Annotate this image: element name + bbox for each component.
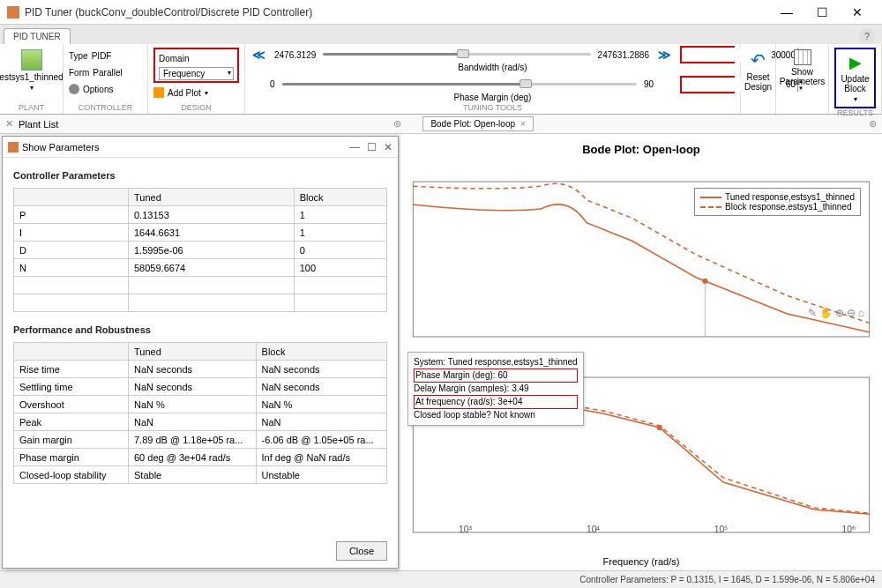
controller-params-heading: Controller Parameters [13, 170, 387, 181]
bandwidth-slider[interactable] [323, 49, 590, 60]
show-parameters-button[interactable]: Show Parameters [781, 48, 823, 88]
plant-list-label[interactable]: Plant List [19, 119, 58, 130]
help-icon[interactable]: ? [859, 28, 875, 44]
svg-text:10⁶: 10⁶ [842, 525, 856, 534]
performance-heading: Performance and Robustness [13, 324, 387, 335]
plant-name: estsys1_thinned [0, 72, 64, 82]
close-button[interactable]: ✕ [840, 1, 875, 24]
phase-margin-slider[interactable] [282, 79, 637, 90]
plot-tooltip: System: Tuned response,estsys1_thinned P… [407, 352, 584, 426]
tooltip-system: System: Tuned response,estsys1_thinned [414, 356, 578, 368]
domain-label: Domain [159, 50, 234, 66]
domain-dropdown[interactable]: Frequency [159, 67, 234, 80]
tooltip-frequency: At frequency (rad/s): 3e+04 [414, 395, 578, 409]
table-row: P [14, 206, 129, 224]
x-axis-label: Frequency (rad/s) [404, 556, 878, 567]
group-results: RESULTS [834, 108, 876, 117]
form-row[interactable]: Form Parallel [69, 64, 142, 80]
bode-tab-label: Bode Plot: Open-loop [430, 119, 515, 129]
matlab-icon [8, 142, 19, 153]
bode-tab[interactable]: Bode Plot: Open-loop × [422, 116, 533, 131]
form-value: Parallel [93, 68, 122, 78]
type-value: PIDF [92, 51, 112, 61]
pm-label: Phase Margin (deg) [454, 93, 532, 102]
add-plot-button[interactable]: Add Plot ▾ [153, 85, 239, 100]
plot-icon [153, 87, 164, 98]
svg-text:10³: 10³ [459, 525, 472, 534]
zoom-out-icon[interactable]: ⊖ [847, 307, 856, 319]
brush-icon[interactable]: ✎ [808, 307, 817, 319]
tuned-col: Tuned [129, 189, 295, 206]
form-label: Form [69, 68, 89, 78]
plot-legend: Tuned response,estsys1_thinned Block res… [694, 188, 861, 216]
tooltip-stable: Closed loop stable? Not known [414, 409, 578, 421]
pm-min: 0 [270, 79, 275, 89]
tooltip-phase-margin: Phase Margin (deg): 60 [414, 368, 578, 383]
undo-icon: ↶ [751, 49, 766, 71]
group-controller: CONTROLLER [69, 103, 142, 112]
group-design: DESIGN [153, 103, 239, 112]
home-icon[interactable]: ⌂ [858, 307, 864, 319]
bw-label: Bandwidth (rad/s) [458, 63, 527, 72]
play-icon: ▶ [849, 53, 862, 72]
legend-tuned: Tuned response,estsys1_thinned [725, 192, 855, 202]
plot-toolbar[interactable]: ✎ ✋ ⊕ ⊖ ⌂ [808, 307, 864, 319]
block-col: Block [294, 189, 386, 206]
show-parameters-window: Show Parameters — ☐ ✕ Controller Paramet… [2, 136, 399, 569]
gear-icon[interactable]: ✕ [5, 118, 13, 130]
options-label: Options [83, 85, 113, 94]
svg-text:10⁴: 10⁴ [587, 525, 601, 534]
minimize-button[interactable]: — [769, 1, 804, 24]
bw-min: 2476.3129 [274, 50, 316, 60]
svg-text:10⁵: 10⁵ [714, 525, 729, 534]
options-button[interactable]: Options [69, 81, 142, 97]
params-title: Show Parameters [22, 142, 349, 153]
group-tuning: TUNING TOOLS [250, 103, 735, 112]
params-close[interactable]: ✕ [384, 141, 392, 153]
params-maximize[interactable]: ☐ [367, 141, 377, 153]
window-title: PID Tuner (buckConv_doubleControl/Discre… [25, 6, 769, 19]
type-row[interactable]: Type PIDF [69, 48, 142, 63]
add-plot-label: Add Plot [168, 88, 201, 98]
status-text: Controller Parameters: P = 0.1315, I = 1… [579, 575, 875, 584]
type-label: Type [69, 51, 88, 61]
svg-point-4 [657, 425, 662, 430]
plot-title: Bode Plot: Open-loop [404, 143, 878, 156]
plant-icon [21, 49, 42, 71]
gear-icon [69, 84, 79, 94]
show-label: Show Parameters [780, 67, 826, 86]
zoom-in-icon[interactable]: ⊕ [835, 307, 844, 319]
pm-max: 90 [644, 79, 654, 89]
bw-max: 247631.2886 [598, 50, 649, 60]
legend-block: Block response,estsys1_thinned [725, 202, 851, 212]
params-close-button[interactable]: Close [336, 541, 387, 561]
reset-button[interactable]: ↶ Reset Design [746, 48, 770, 93]
pan-icon[interactable]: ✋ [819, 307, 833, 319]
maximize-button[interactable]: ☐ [804, 1, 840, 24]
matlab-icon [7, 6, 19, 19]
params-minimize[interactable]: — [349, 141, 360, 153]
update-block-button[interactable]: ▶ Update Block ▾ [840, 51, 871, 105]
table-icon [794, 49, 811, 65]
plant-button[interactable]: estsys1_thinned ▾ [5, 48, 57, 93]
tab-close-icon[interactable]: × [520, 119, 526, 129]
bode-magnitude-plot[interactable]: Tuned response,estsys1_thinned Block res… [404, 161, 878, 357]
panel-menu-icon[interactable]: ⊚ [869, 118, 877, 130]
group-plant: PLANT [5, 103, 57, 112]
reset-label: Reset Design [744, 72, 772, 92]
update-label: Update Block [841, 74, 869, 93]
controller-params-table: TunedBlock P0.131531 I1644.66311 D1.5995… [13, 188, 387, 312]
tooltip-delay: Delay Margin (samples): 3.49 [414, 383, 578, 395]
performance-table: TunedBlock Rise timeNaN secondsNaN secon… [13, 342, 387, 484]
bode-phase-plot[interactable]: System: Tuned response,estsys1_thinned P… [404, 357, 878, 553]
tab-pid-tuner[interactable]: PID TUNER [4, 28, 71, 44]
